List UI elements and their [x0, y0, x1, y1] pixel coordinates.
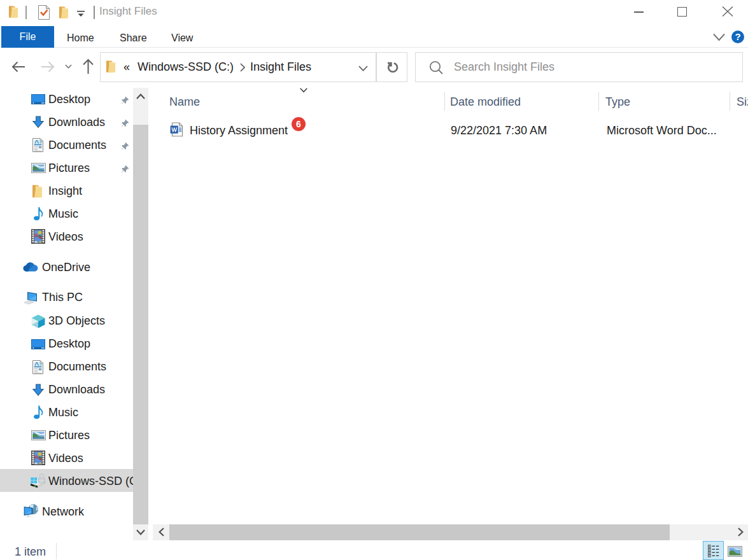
svg-text:?: ?	[735, 31, 740, 42]
